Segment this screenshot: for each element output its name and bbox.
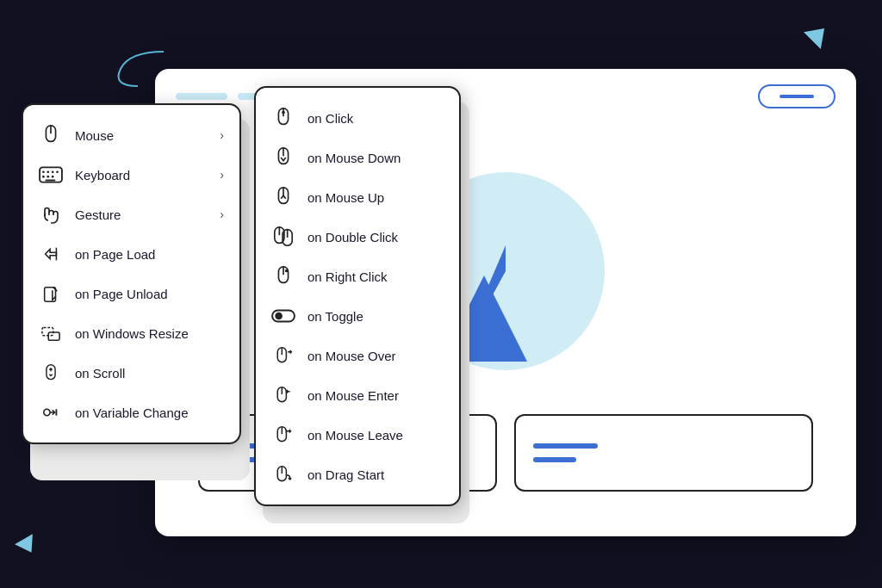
right-click-icon: [271, 264, 295, 288]
card-2-line-1: [533, 443, 598, 449]
menu-item-keyboard-label: Keyboard: [75, 168, 208, 183]
double-click-icon: [271, 225, 295, 249]
menu-item-variable-change-label: on Variable Change: [75, 405, 224, 420]
scroll-icon: [39, 361, 63, 385]
mouse-enter-icon: [271, 383, 295, 407]
menu-item-variable-change[interactable]: on Variable Change: [23, 393, 239, 432]
menu-item-mouse-down-label: on Mouse Down: [307, 151, 444, 165]
menu-item-click-label: on Click: [307, 111, 444, 126]
menu-item-mouse-enter[interactable]: on Mouse Enter: [256, 375, 459, 415]
card-2: [514, 414, 813, 492]
menu-item-right-click[interactable]: on Right Click: [256, 257, 459, 296]
toolbar-pill-1: [176, 93, 227, 100]
menu-item-mouse-up-label: on Mouse Up: [307, 190, 444, 205]
svg-rect-18: [47, 365, 55, 380]
menu-item-windows-resize-label: on Windows Resize: [75, 326, 224, 341]
menu-item-mouse-label: Mouse: [75, 128, 208, 143]
menu-item-page-load[interactable]: on Page Load: [23, 234, 239, 274]
mouse-icon: [39, 123, 63, 147]
page-unload-icon: [39, 282, 63, 306]
menu-item-mouse-enter-label: on Mouse Enter: [307, 388, 444, 403]
mouse-up-icon: [271, 185, 295, 209]
menu-item-gesture[interactable]: Gesture ›: [23, 195, 239, 234]
menu-item-page-load-label: on Page Load: [75, 247, 224, 262]
svg-rect-17: [48, 332, 59, 340]
menu-item-click[interactable]: on Click: [256, 98, 459, 138]
resize-icon: [39, 321, 63, 345]
menu-item-toggle[interactable]: on Toggle: [256, 296, 459, 336]
svg-point-19: [44, 409, 50, 415]
variable-icon: [39, 400, 63, 424]
card-2-line-2: [533, 457, 576, 462]
svg-point-37: [275, 313, 283, 320]
svg-point-24: [282, 111, 285, 115]
toggle-icon: [271, 304, 295, 328]
svg-point-35: [285, 269, 289, 273]
menu-item-windows-resize[interactable]: on Windows Resize: [23, 313, 239, 353]
menu-item-right-click-label: on Right Click: [307, 269, 444, 284]
svg-rect-16: [42, 328, 53, 336]
menu-item-scroll-label: on Scroll: [75, 366, 224, 381]
menu-item-drag-start[interactable]: on Drag Start: [256, 455, 459, 494]
menu-main: Mouse › Keyboard ›: [22, 103, 241, 444]
menu-item-drag-start-label: on Drag Start: [307, 467, 444, 482]
menu-item-gesture-label: Gesture: [75, 207, 208, 222]
menu-item-mouse-up[interactable]: on Mouse Up: [256, 177, 459, 217]
mouse-leave-icon: [271, 423, 295, 447]
gesture-icon: [39, 202, 63, 226]
page-load-icon: [39, 242, 63, 266]
menu-sub: on Click on Mouse Down on Mouse Up: [254, 86, 461, 506]
menu-item-mouse-arrow: ›: [220, 128, 224, 142]
menu-item-mouse-leave-label: on Mouse Leave: [307, 428, 444, 443]
menu-item-keyboard-arrow: ›: [220, 168, 224, 182]
menu-item-scroll[interactable]: on Scroll: [23, 353, 239, 393]
menu-item-mouse-over[interactable]: on Mouse Over: [256, 336, 459, 375]
mouse-click-icon: [271, 106, 295, 130]
menu-item-keyboard[interactable]: Keyboard ›: [23, 155, 239, 195]
menu-item-mouse-over-label: on Mouse Over: [307, 349, 444, 363]
menu-item-mouse[interactable]: Mouse ›: [23, 115, 239, 155]
drag-icon: [271, 462, 295, 486]
mouse-over-icon: [271, 344, 295, 368]
menu-item-mouse-down[interactable]: on Mouse Down: [256, 138, 459, 177]
keyboard-icon: [39, 163, 63, 187]
menu-item-page-unload-label: on Page Unload: [75, 287, 224, 301]
menu-item-page-unload[interactable]: on Page Unload: [23, 274, 239, 313]
menu-item-double-click-label: on Double Click: [307, 230, 444, 244]
toolbar-pill-active[interactable]: [758, 84, 835, 108]
mouse-down-icon: [271, 145, 295, 170]
menu-item-double-click[interactable]: on Double Click: [256, 217, 459, 257]
menu-item-mouse-leave[interactable]: on Mouse Leave: [256, 415, 459, 455]
menu-item-toggle-label: on Toggle: [307, 309, 444, 324]
menu-item-gesture-arrow: ›: [220, 207, 224, 221]
